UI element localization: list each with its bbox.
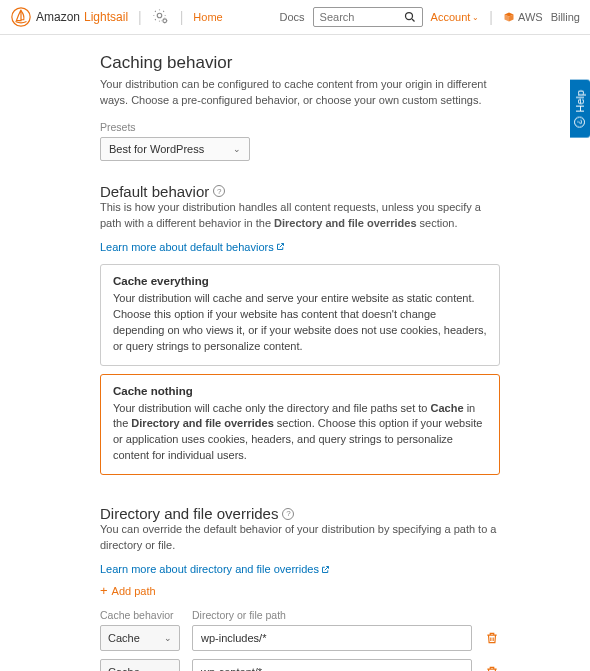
option-desc: Your distribution will cache and serve y…	[113, 291, 487, 355]
behavior-select[interactable]: Cache ⌄	[100, 625, 180, 651]
path-input[interactable]	[192, 659, 472, 671]
overrides-title-text: Directory and file overrides	[100, 505, 278, 522]
nav-separator: |	[178, 9, 186, 25]
presets-select[interactable]: Best for WordPress ⌄	[100, 137, 250, 161]
behavior-value: Cache	[108, 666, 140, 671]
external-link-icon	[276, 242, 285, 251]
chevron-down-icon: ⌄	[233, 144, 241, 154]
overrides-desc: You can override the default behavior of…	[100, 522, 500, 554]
option-desc: Your distribution will cache only the di…	[113, 401, 487, 465]
info-icon[interactable]: ?	[213, 185, 225, 197]
col-path-header: Directory or file path	[192, 609, 468, 621]
option-cache-nothing[interactable]: Cache nothing Your distribution will cac…	[100, 374, 500, 476]
nav-aws-link[interactable]: AWS	[503, 11, 543, 23]
option-title: Cache everything	[113, 275, 487, 287]
col-behavior-header: Cache behavior	[100, 609, 180, 621]
nav-right: Docs Account ⌄ | AWS Billing	[280, 7, 580, 27]
chevron-down-icon: ⌄	[164, 633, 172, 643]
option-title: Cache nothing	[113, 385, 487, 397]
gear-icon[interactable]	[152, 8, 170, 26]
add-path-label: Add path	[112, 585, 156, 597]
chevron-down-icon: ⌄	[472, 13, 479, 22]
caching-desc: Your distribution can be configured to c…	[100, 77, 500, 109]
nav-home-link[interactable]: Home	[193, 11, 222, 23]
path-input[interactable]	[192, 625, 472, 651]
presets-selected-value: Best for WordPress	[109, 143, 204, 155]
search-input[interactable]	[320, 11, 404, 23]
nav-account-label: Account	[431, 11, 471, 23]
trash-icon	[485, 665, 499, 671]
aws-box-icon	[503, 11, 515, 23]
search-icon	[404, 11, 416, 23]
plus-icon: +	[100, 584, 108, 597]
default-behavior-title-text: Default behavior	[100, 183, 209, 200]
nav-account-link[interactable]: Account ⌄	[431, 11, 480, 23]
brand-text-lightsail: Lightsail	[84, 10, 128, 24]
learn-more-default-label: Learn more about default behaviors	[100, 241, 274, 253]
search-input-wrap[interactable]	[313, 7, 423, 27]
default-behavior-title: Default behavior ?	[100, 183, 500, 200]
info-icon[interactable]: ?	[282, 508, 294, 520]
delete-row-button[interactable]	[484, 664, 500, 671]
top-nav: Amazon Lightsail | | Home Docs Account ⌄…	[0, 0, 590, 35]
nav-docs-link[interactable]: Docs	[280, 11, 305, 23]
default-behavior-desc: This is how your distribution handles al…	[100, 200, 500, 232]
chevron-down-icon: ⌄	[164, 667, 172, 671]
svg-point-1	[157, 13, 162, 18]
help-tab[interactable]: ? Help	[570, 80, 590, 138]
nav-billing-link[interactable]: Billing	[551, 11, 580, 23]
learn-more-overrides-link[interactable]: Learn more about directory and file over…	[100, 563, 330, 575]
override-table: Cache behavior Directory or file path Ca…	[100, 609, 500, 671]
caching-title: Caching behavior	[100, 53, 500, 73]
override-header: Cache behavior Directory or file path	[100, 609, 500, 625]
learn-more-default-link[interactable]: Learn more about default behaviors	[100, 241, 285, 253]
presets-label: Presets	[100, 121, 500, 133]
main-content: Caching behavior Your distribution can b…	[100, 53, 500, 671]
override-row: Cache ⌄	[100, 625, 500, 651]
override-row: Cache ⌄	[100, 659, 500, 671]
learn-more-overrides-label: Learn more about directory and file over…	[100, 563, 319, 575]
brand-text-amazon: Amazon	[36, 10, 80, 24]
behavior-select[interactable]: Cache ⌄	[100, 659, 180, 671]
trash-icon	[485, 631, 499, 645]
nav-aws-label: AWS	[518, 11, 543, 23]
svg-point-2	[163, 19, 167, 23]
add-path-button[interactable]: + Add path	[100, 584, 500, 597]
option-cache-everything[interactable]: Cache everything Your distribution will …	[100, 264, 500, 366]
overrides-title: Directory and file overrides ?	[100, 505, 500, 522]
help-label: Help	[574, 90, 586, 113]
nav-separator: |	[487, 9, 495, 25]
nav-separator: |	[136, 9, 144, 25]
svg-point-3	[405, 13, 412, 20]
external-link-icon	[321, 565, 330, 574]
delete-row-button[interactable]	[484, 630, 500, 646]
brand-logo[interactable]: Amazon Lightsail	[10, 6, 128, 28]
lightsail-icon	[10, 6, 32, 28]
behavior-value: Cache	[108, 632, 140, 644]
help-icon: ?	[575, 117, 586, 128]
